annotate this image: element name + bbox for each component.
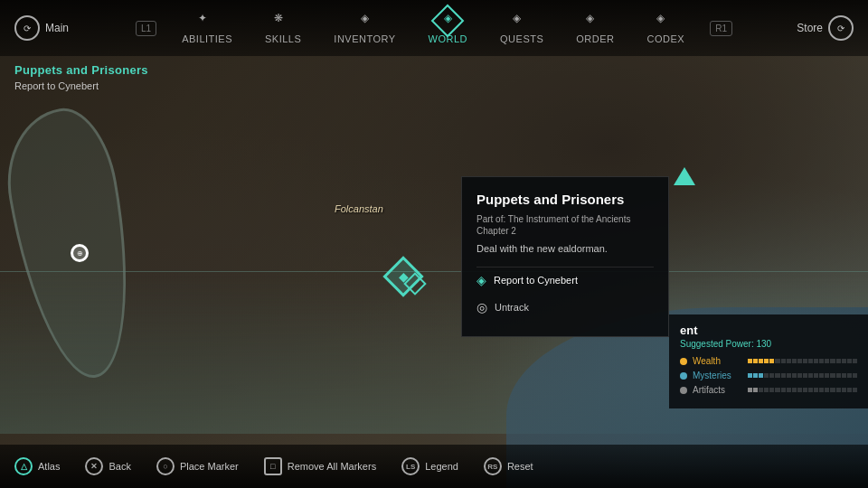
marker-small — [407, 276, 423, 292]
nav-item-codex[interactable]: ◈ Codex — [640, 8, 693, 48]
mysteries-ticks — [748, 373, 857, 378]
popup-action-report[interactable]: ◈ Report to Cynebert — [476, 267, 654, 293]
place-marker-icon: ○ — [156, 457, 175, 475]
store-icon: ⟳ — [828, 15, 854, 41]
marker-side[interactable]: ⊕ — [71, 244, 89, 262]
reset-icon: RS — [484, 457, 502, 475]
reset-label: Reset — [507, 461, 533, 472]
top-navigation: ⟳ Main L1 ✦ Abilities ❋ Skills ◈ Invento… — [0, 0, 868, 56]
main-label: Main — [45, 22, 69, 34]
btn-legend[interactable]: LS Legend — [401, 457, 458, 475]
store-label: Store — [797, 22, 823, 34]
nav-main[interactable]: ⟳ Main — [14, 15, 87, 41]
legend-label: Legend — [425, 461, 458, 472]
popup-action-report-label: Report to Cynebert — [494, 275, 578, 286]
popup-action-untrack-label: Untrack — [495, 302, 529, 313]
remove-all-icon: □ — [264, 457, 282, 475]
untrack-icon: ◎ — [476, 300, 487, 314]
wealth-dot — [680, 358, 687, 365]
artifacts-ticks — [748, 388, 857, 392]
bottom-navigation: △ Atlas ✕ Back ○ Place Marker □ Remove A… — [0, 445, 868, 488]
wealth-ticks — [748, 359, 857, 363]
left-quest-panel: Puppets and Prisoners Report to Cynebert — [14, 63, 148, 91]
remove-all-label: Remove All Markers — [288, 461, 376, 472]
main-icon: ⟳ — [14, 15, 40, 41]
place-marker-label: Place Marker — [180, 461, 239, 472]
region-title: ent — [680, 324, 857, 337]
mysteries-dot — [680, 372, 687, 380]
popup-action-untrack[interactable]: ◎ Untrack — [476, 293, 654, 322]
nav-l1[interactable]: L1 — [136, 21, 156, 36]
btn-reset[interactable]: RS Reset — [484, 457, 533, 475]
btn-back[interactable]: ✕ Back — [85, 457, 130, 475]
back-label: Back — [108, 461, 130, 472]
popup-title: Puppets and Prisoners — [476, 192, 654, 207]
popup-chapter: Chapter 2 — [476, 226, 654, 236]
region-info-panel: ent Suggested Power: 130 Wealth Mysterie… — [669, 314, 868, 408]
btn-place-marker[interactable]: ○ Place Marker — [156, 457, 239, 475]
marker-triangle — [674, 167, 695, 185]
nav-center: L1 ✦ Abilities ❋ Skills ◈ Inventory ◈ Wo… — [87, 8, 781, 48]
back-button-icon: ✕ — [85, 457, 103, 475]
mysteries-label: Mysteries — [693, 371, 742, 380]
mysteries-row: Mysteries — [680, 371, 857, 380]
wealth-row: Wealth — [680, 356, 857, 366]
wealth-label: Wealth — [693, 356, 742, 366]
legend-icon: LS — [401, 457, 420, 475]
quest-step: Report to Cynebert — [14, 80, 148, 91]
artifacts-row: Artifacts — [680, 385, 857, 395]
btn-remove-all[interactable]: □ Remove All Markers — [264, 457, 376, 475]
artifacts-label: Artifacts — [693, 385, 742, 395]
nav-item-order[interactable]: ◈ Order — [569, 8, 621, 48]
quest-popup: Puppets and Prisoners Part of: The Instr… — [461, 176, 669, 337]
region-power: Suggested Power: 130 — [680, 339, 857, 349]
atlas-label: Atlas — [38, 461, 60, 472]
report-icon: ◈ — [476, 273, 486, 287]
nav-item-world[interactable]: ◈ World — [421, 8, 475, 48]
quest-title: Puppets and Prisoners — [14, 63, 148, 77]
nav-item-skills[interactable]: ❋ Skills — [258, 8, 308, 48]
atlas-button-icon: △ — [14, 457, 33, 475]
btn-atlas[interactable]: △ Atlas — [14, 457, 60, 475]
nav-item-inventory[interactable]: ◈ Inventory — [326, 8, 402, 48]
nav-r1[interactable]: R1 — [710, 21, 732, 36]
nav-store[interactable]: Store ⟳ — [781, 15, 854, 41]
popup-part: Part of: The Instrument of the Ancients — [476, 214, 654, 224]
artifacts-dot — [680, 387, 687, 394]
popup-description: Deal with the new ealdorman. — [476, 243, 654, 254]
nav-item-quests[interactable]: ◈ Quests — [493, 8, 551, 48]
nav-item-abilities[interactable]: ✦ Abilities — [175, 8, 240, 48]
